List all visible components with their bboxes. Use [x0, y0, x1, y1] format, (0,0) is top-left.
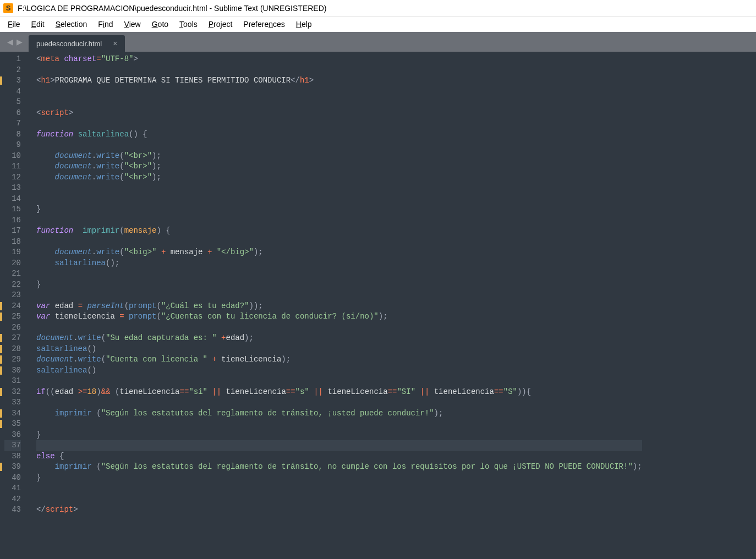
gutter-line[interactable]: 27: [4, 333, 21, 344]
code-line[interactable]: [36, 322, 642, 333]
gutter-line[interactable]: 1: [4, 54, 21, 65]
code-line[interactable]: document.write("<hr>");: [36, 172, 642, 183]
code-line[interactable]: else {: [36, 451, 642, 462]
code-line[interactable]: [36, 268, 642, 280]
code-line[interactable]: [36, 494, 642, 505]
code-line[interactable]: <h1>PROGRAMA QUE DETERMINA SI TIENES PER…: [36, 75, 642, 86]
code-line[interactable]: document.write("<big>" + mensaje + "</bi…: [36, 247, 642, 258]
gutter-line[interactable]: 16: [4, 215, 21, 226]
gutter-line[interactable]: 35: [4, 419, 21, 430]
code-line[interactable]: saltarlinea(): [36, 365, 642, 376]
gutter-line[interactable]: 11: [4, 161, 21, 172]
gutter-line[interactable]: 18: [4, 237, 21, 248]
gutter-line[interactable]: 41: [4, 483, 21, 494]
code-line[interactable]: [36, 215, 642, 226]
tab-next-icon[interactable]: ▶: [15, 37, 24, 46]
code-line[interactable]: [36, 290, 642, 301]
gutter-line[interactable]: 30: [4, 365, 21, 376]
code-line[interactable]: document.write("<br>");: [36, 151, 642, 162]
code-line[interactable]: [36, 194, 642, 205]
code-line[interactable]: </script>: [36, 505, 642, 516]
gutter-line[interactable]: 36: [4, 430, 21, 441]
gutter-line[interactable]: 40: [4, 473, 21, 484]
code-line[interactable]: function saltarlinea() {: [36, 129, 642, 140]
code-line[interactable]: }: [36, 473, 642, 484]
tab-close-icon[interactable]: ×: [113, 39, 117, 48]
code-line[interactable]: <script>: [36, 108, 642, 119]
gutter-line[interactable]: 24: [4, 301, 21, 312]
code-line[interactable]: function imprimir(mensaje) {: [36, 226, 642, 237]
gutter-line[interactable]: 2: [4, 65, 21, 76]
gutter-line[interactable]: 22: [4, 280, 21, 291]
menu-goto[interactable]: Goto: [147, 18, 173, 30]
gutter-line[interactable]: 28: [4, 344, 21, 355]
code-line[interactable]: imprimir ("Según los estatutos del regla…: [36, 408, 642, 419]
code-line[interactable]: [36, 376, 642, 387]
gutter-line[interactable]: 12: [4, 172, 21, 183]
gutter-line[interactable]: 7: [4, 118, 21, 129]
gutter-line[interactable]: 10: [4, 151, 21, 162]
tab-prev-icon[interactable]: ◀: [6, 37, 15, 46]
tab-active[interactable]: puedesconducir.html ×: [29, 35, 125, 52]
gutter-line[interactable]: 19: [4, 247, 21, 258]
code-editor[interactable]: 1234567891011121314151617181920212223242…: [0, 52, 756, 559]
gutter-line[interactable]: 5: [4, 97, 21, 108]
gutter-line[interactable]: 4: [4, 86, 21, 97]
code-line[interactable]: [36, 140, 642, 151]
gutter-line[interactable]: 23: [4, 290, 21, 301]
code-line[interactable]: [36, 65, 642, 76]
menu-find[interactable]: Find: [94, 18, 117, 30]
code-line[interactable]: document.write("Su edad capturada es: " …: [36, 333, 642, 344]
menu-view[interactable]: View: [120, 18, 145, 30]
menu-file[interactable]: File: [3, 18, 25, 30]
gutter-line[interactable]: 25: [4, 311, 21, 322]
gutter-line[interactable]: 6: [4, 108, 21, 119]
code-line[interactable]: var tieneLicencia = prompt("¿Cuentas con…: [36, 311, 642, 322]
code-line[interactable]: saltarlinea(): [36, 344, 642, 355]
menu-selection[interactable]: Selection: [51, 18, 92, 30]
gutter-line[interactable]: 14: [4, 194, 21, 205]
gutter-line[interactable]: 37: [4, 440, 21, 451]
code-line[interactable]: var edad = parseInt(prompt("¿Cuál es tu …: [36, 301, 642, 312]
code-line[interactable]: [36, 440, 642, 451]
gutter-line[interactable]: 42: [4, 494, 21, 505]
gutter-line[interactable]: 17: [4, 226, 21, 237]
code-line[interactable]: [36, 183, 642, 194]
code-line[interactable]: [36, 97, 642, 108]
gutter-line[interactable]: 34: [4, 408, 21, 419]
code-line[interactable]: }: [36, 204, 642, 215]
gutter-line[interactable]: 26: [4, 322, 21, 333]
code-line[interactable]: [36, 483, 642, 494]
code-line[interactable]: imprimir ("Según los estatutos del regla…: [36, 462, 642, 473]
code-line[interactable]: document.write("<br>");: [36, 161, 642, 172]
code-line[interactable]: }: [36, 280, 642, 291]
menu-edit[interactable]: Edit: [27, 18, 49, 30]
gutter-line[interactable]: 9: [4, 140, 21, 151]
code-line[interactable]: <meta charset="UTF-8">: [36, 54, 642, 65]
code-line[interactable]: [36, 86, 642, 97]
code-line[interactable]: [36, 397, 642, 408]
code-line[interactable]: [36, 419, 642, 430]
gutter-line[interactable]: 43: [4, 505, 21, 516]
gutter-line[interactable]: 8: [4, 129, 21, 140]
code-line[interactable]: }: [36, 430, 642, 441]
gutter-line[interactable]: 29: [4, 354, 21, 365]
gutter-line[interactable]: 21: [4, 268, 21, 280]
code-line[interactable]: if((edad >=18)&& (tieneLicencia=="si" ||…: [36, 387, 642, 398]
code-line[interactable]: saltarlinea();: [36, 258, 642, 269]
gutter-line[interactable]: 32: [4, 387, 21, 398]
gutter-line[interactable]: 39: [4, 462, 21, 473]
gutter-line[interactable]: 38: [4, 451, 21, 462]
code-area[interactable]: <meta charset="UTF-8"> <h1>PROGRAMA QUE …: [26, 52, 642, 559]
gutter-line[interactable]: 31: [4, 376, 21, 387]
code-line[interactable]: [36, 118, 642, 129]
menu-help[interactable]: Help: [292, 18, 316, 30]
menu-project[interactable]: Project: [204, 18, 237, 30]
gutter-line[interactable]: 33: [4, 397, 21, 408]
gutter-line[interactable]: 20: [4, 258, 21, 269]
menu-preferences[interactable]: Preferences: [239, 18, 289, 30]
code-line[interactable]: document.write("Cuenta con licencia " + …: [36, 354, 642, 365]
gutter-line[interactable]: 3: [4, 75, 21, 86]
code-line[interactable]: [36, 237, 642, 248]
gutter-line[interactable]: 15: [4, 204, 21, 215]
